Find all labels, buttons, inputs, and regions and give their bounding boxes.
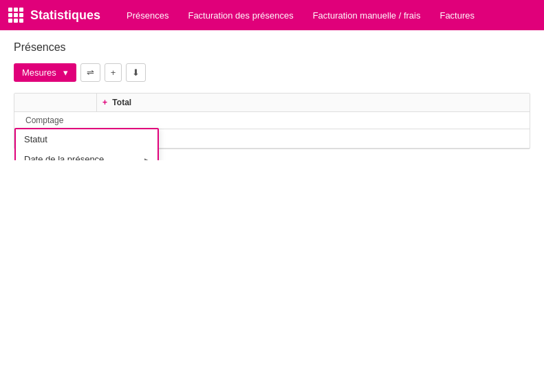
download-button[interactable]: ⬇	[126, 63, 146, 82]
add-column-button[interactable]: +	[105, 63, 122, 82]
table-area: + Total Comptage + Total 467 Statut Date…	[14, 93, 530, 149]
chevron-right-icon	[144, 154, 149, 160]
th-row-label	[14, 94, 97, 111]
nav-link-presences[interactable]: Présences	[117, 0, 178, 30]
app-logo: Statistiques	[8, 8, 100, 23]
toolbar: Mesures ⇌ + ⬇	[14, 63, 530, 82]
th-total-label: Total	[112, 98, 131, 107]
grid-icon	[8, 8, 23, 23]
page-title: Présences	[14, 41, 530, 54]
dropdown-item-label: Date de la présence	[24, 154, 104, 160]
app-title: Statistiques	[30, 8, 100, 23]
dropdown-item-label: Statut	[24, 134, 47, 144]
filter-icon: ⇌	[87, 67, 94, 78]
navbar: Statistiques Présences Facturation des p…	[0, 0, 544, 30]
nav-links: Présences Facturation des présences Fact…	[117, 0, 484, 30]
download-icon: ⬇	[132, 67, 140, 78]
mesures-button[interactable]: Mesures	[14, 63, 76, 82]
nav-link-facturation-presences[interactable]: Facturation des présences	[178, 0, 303, 30]
add-icon: +	[111, 67, 116, 78]
plus-icon: +	[102, 98, 107, 107]
dropdown-menu: Statut Date de la présence Enfant Erreur…	[14, 128, 159, 160]
th-total: + Total	[97, 94, 137, 111]
nav-link-factures[interactable]: Factures	[430, 0, 484, 30]
dropdown-item-statut[interactable]: Statut	[16, 129, 157, 149]
dropdown-item-date-presence[interactable]: Date de la présence	[16, 149, 157, 160]
table-header: + Total	[14, 94, 530, 112]
filter-button[interactable]: ⇌	[80, 63, 100, 82]
table-subheader: Comptage	[14, 112, 530, 129]
nav-link-facturation-manuelle[interactable]: Facturation manuelle / frais	[303, 0, 431, 30]
page-content: Présences Mesures ⇌ + ⬇ + Total Comptage…	[0, 30, 544, 160]
